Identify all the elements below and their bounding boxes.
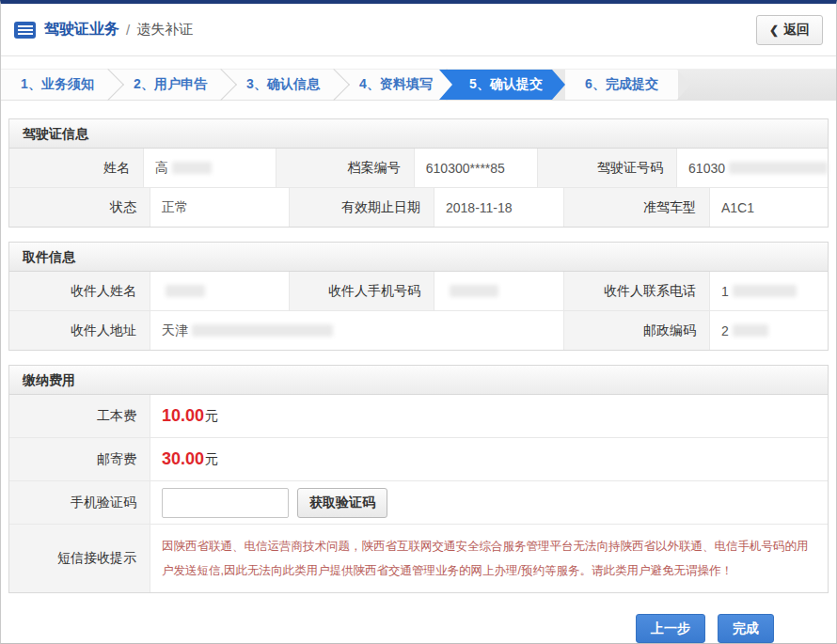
- address-label: 收件人地址: [9, 311, 150, 350]
- postage-fee-label: 邮寄费: [9, 438, 150, 480]
- sms-notice-text: 因陕西省联通、电信运营商技术问题，陕西省互联网交通安全综合服务管理平台无法向持陕…: [162, 534, 811, 583]
- step-3-confirm-info[interactable]: 3、确认信息: [227, 70, 340, 100]
- finish-button[interactable]: 完成: [718, 614, 774, 643]
- previous-step-button[interactable]: 上一步: [636, 614, 705, 643]
- step-2-declare[interactable]: 2、用户申告: [114, 70, 227, 100]
- recipient-phone-label: 收件人联系电话: [564, 272, 710, 310]
- vehicle-type-label: 准驾车型: [564, 188, 710, 227]
- page-title: 驾驶证业务: [44, 20, 119, 39]
- chevron-left-icon: ❮: [769, 24, 779, 37]
- status-value: 正常: [150, 188, 290, 227]
- currency-unit: 元: [205, 451, 218, 468]
- recipient-name-value: [150, 272, 290, 310]
- table-row: 姓名 高 档案编号 610300****85 驾驶证号码 61030: [9, 149, 828, 187]
- expiry-value: 2018-11-18: [434, 188, 564, 227]
- address-value: 天津: [150, 311, 564, 350]
- expiry-label: 有效期止日期: [290, 188, 434, 227]
- license-section-title: 驾驶证信息: [9, 119, 828, 149]
- status-label: 状态: [9, 188, 150, 227]
- table-row: 邮寄费 30.00元: [9, 437, 828, 480]
- license-info-section: 驾驶证信息 姓名 高 档案编号 610300****85 驾驶证号码 61030…: [8, 118, 829, 228]
- back-button[interactable]: ❮ 返回: [756, 15, 823, 45]
- file-no-label: 档案编号: [276, 149, 415, 187]
- recipient-mobile-label: 收件人手机号码: [290, 272, 434, 310]
- breadcrumb-current: 遗失补证: [136, 21, 193, 39]
- table-row: 收件人地址 天津 邮政编码 2: [9, 310, 828, 350]
- list-icon: [14, 22, 36, 39]
- table-row: 工本费 10.00元: [9, 395, 828, 437]
- redacted-address: [192, 324, 333, 337]
- redacted-license-no: [729, 162, 828, 174]
- table-row: 手机验证码 获取验证码: [9, 480, 828, 524]
- table-row: 短信接收提示 因陕西省联通、电信运营商技术问题，陕西省互联网交通安全综合服务管理…: [9, 524, 828, 592]
- license-no-value: 61030: [677, 149, 828, 187]
- pickup-section-title: 取件信息: [9, 243, 828, 272]
- step-6-complete[interactable]: 6、完成提交: [565, 70, 678, 100]
- step-1-notice[interactable]: 1、业务须知: [1, 70, 114, 100]
- file-no-value: 610300****85: [415, 149, 539, 187]
- redacted-postal-code: [733, 324, 768, 337]
- postal-code-value: 2: [710, 311, 828, 350]
- step-4-fill-data[interactable]: 4、资料填写: [340, 70, 452, 100]
- step-5-confirm-submit[interactable]: 5、确认提交: [439, 70, 565, 100]
- page-header: 驾驶证业务 / 遗失补证 ❮ 返回: [1, 4, 836, 56]
- currency-unit: 元: [205, 408, 218, 425]
- production-fee-amount: 10.00: [162, 406, 204, 426]
- recipient-name-label: 收件人姓名: [9, 272, 150, 310]
- sms-code-input[interactable]: [162, 488, 289, 518]
- recipient-mobile-value: [434, 272, 564, 310]
- vehicle-type-value: A1C1: [710, 188, 828, 227]
- fees-section: 缴纳费用 工本费 10.00元 邮寄费 30.00元 手机验证码 获取验证码 短…: [8, 365, 829, 593]
- redacted-recipient-name: [166, 285, 205, 297]
- postage-fee-amount: 30.00: [162, 449, 204, 469]
- production-fee-value: 10.00元: [150, 395, 828, 437]
- name-value: 高: [144, 149, 276, 187]
- postage-fee-value: 30.00元: [150, 438, 828, 480]
- pickup-info-section: 取件信息 收件人姓名 收件人手机号码 收件人联系电话 1 收件人地址 天津 邮政…: [8, 242, 829, 351]
- redacted-recipient-phone: [733, 285, 797, 297]
- step-bar-filler: [677, 70, 836, 100]
- table-row: 收件人姓名 收件人手机号码 收件人联系电话 1: [9, 272, 828, 310]
- name-label: 姓名: [9, 149, 144, 187]
- redacted-recipient-mobile: [450, 285, 498, 297]
- sms-notice-cell: 因陕西省联通、电信运营商技术问题，陕西省互联网交通安全综合服务管理平台无法向持陕…: [150, 525, 828, 592]
- postal-code-label: 邮政编码: [564, 311, 710, 350]
- recipient-phone-value: 1: [710, 272, 828, 310]
- sms-code-cell: 获取验证码: [150, 481, 828, 524]
- step-tabs: 1、业务须知 2、用户申告 3、确认信息 4、资料填写 5、确认提交 6、完成提…: [1, 69, 836, 101]
- redacted-name: [172, 162, 212, 174]
- sms-notice-label: 短信接收提示: [9, 525, 150, 592]
- get-code-button[interactable]: 获取验证码: [297, 488, 387, 518]
- production-fee-label: 工本费: [9, 395, 150, 437]
- page: 驾驶证业务 / 遗失补证 ❮ 返回 1、业务须知 2、用户申告 3、确认信息 4…: [0, 0, 837, 644]
- license-no-label: 驾驶证号码: [538, 149, 677, 187]
- sms-code-label: 手机验证码: [9, 481, 150, 524]
- breadcrumb-separator: /: [126, 22, 130, 38]
- footer-actions: 上一步 完成: [1, 614, 774, 643]
- table-row: 状态 正常 有效期止日期 2018-11-18 准驾车型 A1C1: [9, 187, 828, 227]
- back-button-label: 返回: [783, 22, 810, 39]
- fees-section-title: 缴纳费用: [9, 366, 828, 395]
